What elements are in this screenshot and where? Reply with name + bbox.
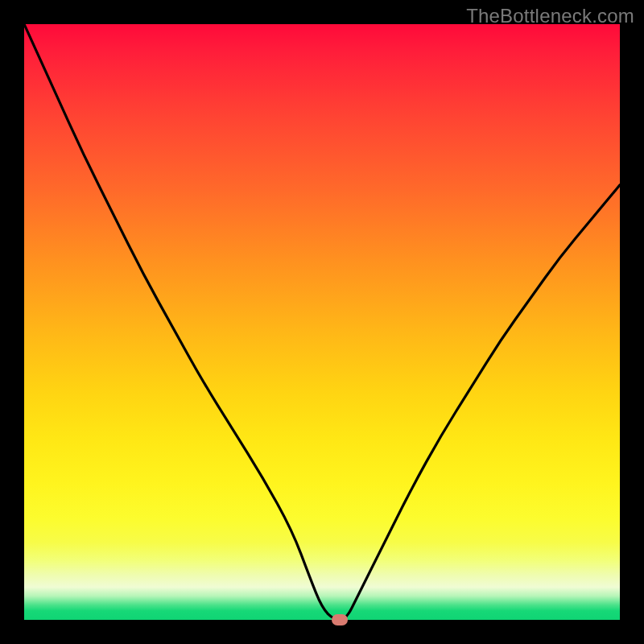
plot-area [24,24,620,620]
bottleneck-curve [24,24,620,620]
watermark-text: TheBottleneck.com [466,5,634,27]
chart-container: TheBottleneck.com [0,0,644,644]
optimal-point-marker [332,614,348,625]
